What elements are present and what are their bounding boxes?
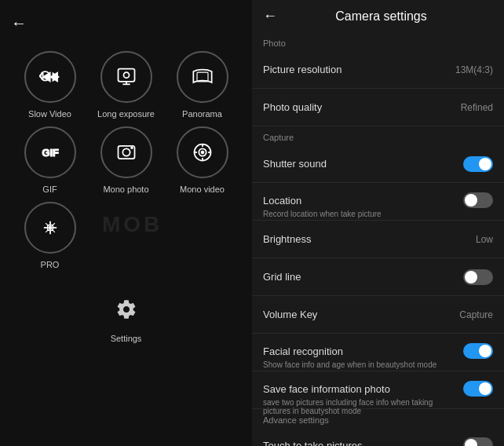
left-header: ← (0, 8, 252, 38)
section-advance: Advance settings (252, 409, 504, 428)
svg-point-13 (201, 151, 204, 154)
shutter-sound-toggle[interactable] (463, 156, 493, 172)
long-exposure-icon (115, 66, 137, 88)
location-row-main: Location (263, 192, 493, 208)
left-back-button[interactable]: ← (11, 14, 27, 31)
settings-icon (107, 290, 146, 329)
photo-quality-value: Refined (461, 102, 493, 113)
mono-photo-icon (115, 141, 137, 163)
setting-save-face-photo[interactable]: Save face information photo save two pic… (252, 371, 504, 409)
camera-mode-grid: Slow Video Long exposure P (0, 38, 252, 282)
setting-picture-resolution[interactable]: Picture resolution 13M(4:3) (252, 51, 504, 89)
facial-recognition-toggle[interactable] (463, 343, 493, 359)
long-exposure-label: Long exposure (97, 109, 155, 119)
long-exposure-icon-circle (100, 51, 152, 103)
left-panel: ← Slow Video (0, 0, 252, 446)
section-capture: Capture (252, 126, 504, 145)
panorama-label: Panorama (182, 109, 222, 119)
svg-text:GIF: GIF (42, 147, 59, 159)
setting-photo-quality[interactable]: Photo quality Refined (252, 89, 504, 126)
mode-panorama[interactable]: Panorama (168, 51, 236, 119)
mono-photo-icon-circle (100, 126, 152, 178)
pro-icon-circle (24, 202, 76, 254)
mode-mono-photo[interactable]: Mono photo (92, 126, 160, 194)
slow-video-label: Slow Video (28, 109, 71, 119)
setting-shutter-sound[interactable]: Shutter sound (252, 145, 504, 183)
mode-slow-video[interactable]: Slow Video (16, 51, 84, 119)
svg-point-5 (123, 72, 129, 78)
svg-point-9 (122, 148, 130, 155)
setting-brightness[interactable]: Brightness Low (252, 221, 504, 258)
camera-settings-title: Camera settings (285, 9, 477, 24)
gif-label: GIF (42, 185, 57, 194)
panorama-icon (192, 66, 214, 88)
location-sub: Record location when take picture (263, 210, 413, 218)
mode-gif[interactable]: GIF GIF (16, 126, 84, 194)
setting-touch-to-take[interactable]: Touch to take pictures Touch the screen … (252, 428, 504, 446)
setting-location[interactable]: Location Record location when take pictu… (252, 183, 504, 221)
gif-icon-circle: GIF (24, 126, 76, 178)
setting-facial-recognition[interactable]: Facial recognition Show face info and ag… (252, 334, 504, 371)
mono-video-icon-circle (177, 126, 228, 178)
settings-row[interactable]: Settings (0, 290, 252, 343)
mode-pro[interactable]: PRO (16, 202, 84, 269)
setting-volume-key[interactable]: Volume Key Capture (252, 296, 504, 334)
touch-to-take-toggle[interactable] (463, 437, 493, 446)
gear-icon (115, 298, 137, 320)
location-name: Location (263, 195, 463, 207)
right-back-button[interactable]: ← (263, 8, 277, 24)
touch-to-take-row-main: Touch to take pictures (263, 437, 493, 446)
facial-recognition-sub: Show face info and age when in beautysho… (263, 360, 468, 369)
volume-key-name: Volume Key (263, 309, 459, 320)
picture-resolution-value: 13M(4:3) (455, 64, 493, 75)
mono-video-icon (192, 141, 214, 163)
setting-grid-line[interactable]: Grid line (252, 258, 504, 296)
mode-mono-video[interactable]: Mono video (168, 126, 236, 194)
mode-long-exposure[interactable]: Long exposure (92, 51, 160, 119)
volume-key-value: Capture (459, 309, 493, 320)
right-header: ← Camera settings (252, 0, 504, 32)
save-face-photo-name: Save face information photo (263, 383, 463, 395)
mono-video-label: Mono video (180, 185, 225, 194)
svg-point-10 (130, 147, 132, 148)
svg-rect-2 (118, 69, 134, 82)
photo-quality-name: Photo quality (263, 101, 461, 113)
slow-video-icon (39, 66, 61, 88)
brightness-name: Brightness (263, 233, 476, 245)
save-face-photo-toggle[interactable] (463, 381, 493, 397)
facial-recognition-row-main: Facial recognition (263, 343, 493, 359)
pro-label: PRO (41, 260, 60, 269)
slow-video-icon-circle (24, 51, 76, 103)
location-toggle[interactable] (463, 192, 493, 208)
facial-recognition-name: Facial recognition (263, 345, 463, 357)
right-panel: ← Camera settings Photo Picture resoluti… (252, 0, 504, 446)
gif-icon: GIF (39, 141, 61, 163)
mono-photo-label: Mono photo (103, 185, 148, 194)
panorama-icon-circle (177, 51, 228, 103)
save-face-photo-row-main: Save face information photo (263, 381, 493, 397)
touch-to-take-name: Touch to take pictures (263, 440, 463, 447)
grid-line-name: Grid line (263, 271, 463, 283)
shutter-sound-name: Shutter sound (263, 158, 463, 170)
pro-icon (39, 217, 61, 239)
grid-line-toggle[interactable] (463, 269, 493, 285)
picture-resolution-name: Picture resolution (263, 64, 455, 75)
settings-label: Settings (111, 334, 142, 343)
section-photo: Photo (252, 32, 504, 51)
brightness-value: Low (476, 234, 493, 245)
